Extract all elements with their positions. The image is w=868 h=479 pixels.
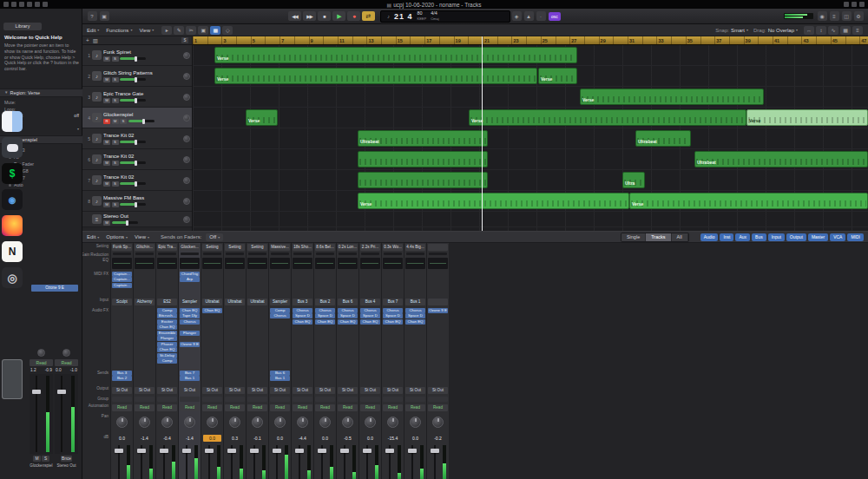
solo-button[interactable]: S: [112, 202, 119, 207]
eq-display[interactable]: [180, 258, 200, 269]
audio-fx-slot[interactable]: Chan EQ: [157, 325, 177, 330]
snap-select[interactable]: Snap: Smart ▾: [715, 28, 748, 33]
filter-aux[interactable]: Aux: [735, 233, 750, 241]
view-segment-tracks[interactable]: Tracks: [646, 233, 671, 241]
solo-button[interactable]: S: [112, 161, 119, 166]
audio-fx-slot[interactable]: Space D: [383, 313, 403, 318]
fader[interactable]: [134, 443, 155, 479]
audio-fx-slot[interactable]: Chorus: [293, 308, 312, 313]
osc-badge[interactable]: osc: [549, 12, 561, 21]
filter-output[interactable]: Output: [786, 233, 806, 241]
channel-setting-button[interactable]: Setting: [202, 244, 222, 251]
pan-knob[interactable]: [183, 115, 190, 121]
output-slot[interactable]: St Out: [315, 387, 335, 394]
menu-functions[interactable]: Functions▾: [106, 28, 132, 33]
mixer-strip-2[interactable]: Glitchin...AlchemySt OutRead-1.4: [134, 243, 155, 479]
channel-setting-button[interactable]: Funk Sp...: [112, 244, 132, 251]
group-slot[interactable]: [247, 397, 267, 402]
mixer-strip-14[interactable]: 4.4s Big...Bus 1ChorusSpace DChan EQSt O…: [404, 243, 426, 479]
eq-display[interactable]: [202, 258, 222, 269]
fader-cap[interactable]: [205, 449, 214, 453]
automation-mode-button[interactable]: Read: [157, 404, 177, 411]
automation-mode-button[interactable]: Read: [247, 404, 267, 411]
scissors-tool-icon[interactable]: ✂: [186, 26, 196, 35]
channel-setting-button[interactable]: Glitchin...: [135, 244, 155, 251]
output-slot[interactable]: St Out: [135, 387, 155, 394]
solo-button[interactable]: S: [112, 98, 119, 103]
audio-fx-slot[interactable]: Chan EQ: [383, 319, 403, 325]
fader[interactable]: [201, 443, 223, 479]
tuner-icon[interactable]: ◈: [512, 11, 522, 21]
eq-display[interactable]: [383, 258, 403, 269]
pan-knob[interactable]: [387, 417, 398, 428]
group-slot[interactable]: [428, 397, 448, 402]
list-view-icon[interactable]: ≡: [852, 26, 863, 35]
mute-button[interactable]: M: [103, 56, 110, 62]
input-slot[interactable]: Bus 2: [315, 299, 335, 305]
midi-region[interactable]: Ultrabeat: [694, 151, 868, 167]
mixer-strip-10[interactable]: 8.6s Bel...Bus 2ChorusSpace DChan EQSt O…: [314, 243, 336, 479]
eq-display[interactable]: [112, 258, 132, 269]
group-slot[interactable]: [360, 397, 380, 402]
mixer-strip-11[interactable]: 0.2s Lon...Bus 6ChorusSpace DChan EQSt O…: [337, 243, 358, 479]
audio-fx-slot[interactable]: Space D: [315, 313, 335, 318]
channel-setting-button[interactable]: [428, 244, 448, 251]
firefox-dock-icon[interactable]: [2, 215, 23, 236]
mute-button[interactable]: M: [103, 140, 110, 145]
waveform-zoom-icon[interactable]: ∿: [828, 26, 838, 35]
fader-cap[interactable]: [340, 449, 349, 453]
fader[interactable]: [382, 443, 404, 479]
mixer-strip-8[interactable]: Massive...SamplerCompChorusBus 6Bus 1St …: [269, 243, 291, 479]
track-header-2[interactable]: 2♪Glitch String PatternsMS: [82, 66, 192, 87]
camera-dock-icon[interactable]: ◉: [2, 189, 23, 210]
fader-cap[interactable]: [57, 390, 66, 394]
eq-display[interactable]: [315, 258, 335, 269]
volume-slider[interactable]: [112, 221, 138, 224]
pan-knob[interactable]: [183, 135, 190, 142]
mixer-strip-9[interactable]: 18s Sho...Bus 3ChorusSpace DChan EQSt Ou…: [292, 243, 313, 479]
automation-mode-button[interactable]: Read: [293, 404, 312, 411]
master-solo-button[interactable]: S: [181, 37, 188, 43]
mixer-strip-1[interactable]: Funk Sp...Captain...Captain...Captain...…: [111, 243, 133, 479]
output-slot[interactable]: St Out: [360, 387, 380, 394]
clock-icon[interactable]: [859, 2, 865, 7]
glass-dock-icon[interactable]: [2, 359, 23, 399]
mixer-strip-13[interactable]: 0.3s Wo...Bus 7ChorusSpace DChan EQSt Ou…: [382, 243, 404, 479]
pan-knob[interactable]: [410, 417, 421, 428]
control-bar-settings-icon[interactable]: ⚙: [854, 11, 864, 21]
inspector-toggle[interactable]: ▣: [100, 11, 109, 21]
pan-knob[interactable]: [62, 349, 70, 357]
audio-fx-slot[interactable]: Ozone 9 E: [180, 342, 200, 347]
pan-knob[interactable]: [365, 417, 376, 428]
mixer-strip-5[interactable]: SettingUltrabatChan EQSt OutRead0.0: [201, 243, 223, 479]
output-slot[interactable]: St Out: [338, 387, 358, 394]
fader-cap[interactable]: [182, 449, 191, 453]
eq-display[interactable]: [405, 258, 425, 269]
bar-ruler[interactable]: 1357911131517192123252729313335373941434…: [193, 36, 868, 45]
filter-vca[interactable]: VCA: [830, 233, 845, 241]
metronome-icon[interactable]: ▲: [524, 11, 534, 21]
fader-cap[interactable]: [273, 449, 281, 453]
track-header-8[interactable]: 8♪Massive FM BassMS: [82, 191, 192, 212]
channel-setting-button[interactable]: Massive...: [270, 244, 290, 251]
pan-knob[interactable]: [229, 417, 240, 428]
grid-icon[interactable]: [27, 2, 32, 7]
channel-setting-button[interactable]: Epic Tra...: [157, 244, 177, 251]
group-slot[interactable]: [383, 397, 403, 402]
audio-fx-slot[interactable]: Chan EQ: [315, 319, 335, 325]
discord-dock-icon[interactable]: [2, 137, 23, 158]
volume-slider[interactable]: [120, 161, 146, 164]
fader-cap[interactable]: [250, 449, 259, 453]
fader-cap[interactable]: [295, 449, 304, 453]
wifi-icon[interactable]: [844, 2, 849, 7]
layout-icon[interactable]: [43, 2, 48, 7]
group-slot[interactable]: [315, 397, 335, 402]
midi-region[interactable]: Verse: [358, 193, 629, 209]
pan-knob[interactable]: [184, 417, 195, 428]
midi-input-icon[interactable]: ▦: [210, 26, 220, 35]
quick-help-toggle[interactable]: ?: [88, 11, 97, 21]
audio-fx-slot[interactable]: Chorus: [270, 313, 290, 318]
pan-knob[interactable]: [139, 417, 150, 428]
eq-display[interactable]: [247, 258, 267, 269]
midi-region[interactable]: Verse: [469, 109, 746, 126]
